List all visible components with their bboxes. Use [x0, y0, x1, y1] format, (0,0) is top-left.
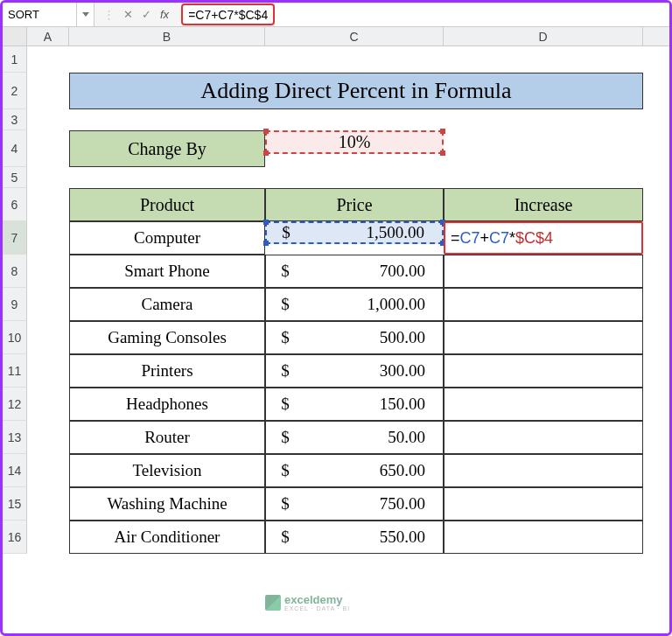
cell-price[interactable]: $550.00: [265, 521, 444, 554]
col-header-A[interactable]: A: [27, 27, 69, 45]
row-header-8[interactable]: 8: [3, 255, 27, 288]
cell-increase[interactable]: [444, 487, 643, 521]
formula-star: *: [509, 229, 515, 248]
row-header-16[interactable]: 16: [3, 521, 27, 554]
row-header-4[interactable]: 4: [3, 130, 27, 167]
cell-price[interactable]: $500.00: [265, 321, 444, 354]
header-increase[interactable]: Increase: [444, 188, 643, 221]
price-value: 1,500.00: [297, 223, 433, 242]
cell-increase-editing[interactable]: =C7+C7*$C$4: [444, 221, 643, 255]
col-header-D[interactable]: D: [444, 27, 643, 45]
cell-product[interactable]: Air Conditioner: [69, 521, 265, 554]
cell-increase[interactable]: [444, 454, 643, 487]
cell-product[interactable]: Gaming Consoles: [69, 321, 265, 354]
cell-price[interactable]: $750.00: [265, 487, 444, 521]
cell-product[interactable]: Headphones: [69, 388, 265, 421]
cell-increase[interactable]: [444, 288, 643, 321]
row-header-12[interactable]: 12: [3, 388, 27, 421]
cell-product[interactable]: Printers: [69, 354, 265, 388]
cell-product[interactable]: Washing Machine: [69, 487, 265, 521]
cell-price[interactable]: $1,000.00: [265, 288, 444, 321]
row-header-2[interactable]: 2: [3, 73, 27, 109]
col-header-C[interactable]: C: [265, 27, 444, 45]
row-header-3[interactable]: 3: [3, 109, 27, 130]
cancel-icon[interactable]: ✕: [123, 8, 133, 21]
row-header-6[interactable]: 6: [3, 188, 27, 221]
formula-ref-c7: C7: [460, 229, 480, 248]
row-header-1[interactable]: 1: [3, 46, 27, 73]
chevron-down-icon: [82, 12, 89, 17]
spreadsheet-grid: A B C D 1 2 Adding Direct Percent in For…: [3, 27, 669, 554]
formula-bar-spacer: [275, 3, 669, 26]
change-by-value[interactable]: 10%: [265, 130, 444, 154]
col-header-B[interactable]: B: [69, 27, 265, 45]
watermark-name: exceldemy: [284, 594, 350, 605]
cell-increase[interactable]: [444, 388, 643, 421]
cell-product[interactable]: Camera: [69, 288, 265, 321]
row-header-15[interactable]: 15: [3, 487, 27, 521]
column-headers: A B C D: [3, 27, 669, 46]
cell-product[interactable]: Computer: [69, 221, 265, 255]
formula-bar: SORT ⋮ ✕ ✓ fx =C7+C7*$C$4: [3, 3, 669, 27]
select-all-corner[interactable]: [3, 27, 27, 45]
fx-icon[interactable]: fx: [160, 8, 169, 21]
change-by-label[interactable]: Change By: [69, 130, 265, 167]
cell-price-selected[interactable]: $ 1,500.00: [265, 221, 444, 244]
header-price[interactable]: Price: [265, 188, 444, 221]
name-box-dropdown[interactable]: [77, 3, 94, 26]
row-header-7[interactable]: 7: [3, 221, 27, 255]
accept-icon[interactable]: ✓: [142, 8, 151, 21]
row-header-11[interactable]: 11: [3, 354, 27, 388]
formula-eq: =: [451, 229, 460, 248]
cell-product[interactable]: Smart Phone: [69, 255, 265, 288]
cell-price[interactable]: $300.00: [265, 354, 444, 388]
formula-controls: ⋮ ✕ ✓ fx: [94, 3, 178, 26]
cell-price[interactable]: $150.00: [265, 388, 444, 421]
cell-increase[interactable]: [444, 354, 643, 388]
watermark-sub: EXCEL · DATA · BI: [284, 605, 350, 612]
cell-increase[interactable]: [444, 421, 643, 454]
cell-price[interactable]: $650.00: [265, 454, 444, 487]
currency-symbol: $: [276, 223, 297, 242]
cell-product[interactable]: Television: [69, 454, 265, 487]
name-box[interactable]: SORT: [3, 3, 77, 26]
row-header-10[interactable]: 10: [3, 321, 27, 354]
watermark-logo: exceldemy EXCEL · DATA · BI: [265, 594, 350, 612]
row-header-9[interactable]: 9: [3, 288, 27, 321]
change-by-text: 10%: [339, 132, 371, 152]
row-header-5[interactable]: 5: [3, 167, 27, 188]
row-header-14[interactable]: 14: [3, 454, 27, 487]
header-product[interactable]: Product: [69, 188, 265, 221]
row-header-13[interactable]: 13: [3, 421, 27, 454]
cell-price[interactable]: $50.00: [265, 421, 444, 454]
divider-icon: ⋮: [103, 8, 115, 21]
cell-price[interactable]: $700.00: [265, 255, 444, 288]
cell-increase[interactable]: [444, 255, 643, 288]
exceldemy-icon: [265, 595, 281, 611]
formula-input[interactable]: =C7+C7*$C$4: [181, 3, 275, 25]
formula-ref-c7b: C7: [489, 229, 509, 248]
cell-product[interactable]: Router: [69, 421, 265, 454]
cell-increase[interactable]: [444, 321, 643, 354]
formula-plus: +: [480, 229, 490, 248]
page-title[interactable]: Adding Direct Percent in Formula: [69, 73, 643, 109]
cell-increase[interactable]: [444, 521, 643, 554]
formula-ref-c4: $C$4: [515, 229, 553, 248]
